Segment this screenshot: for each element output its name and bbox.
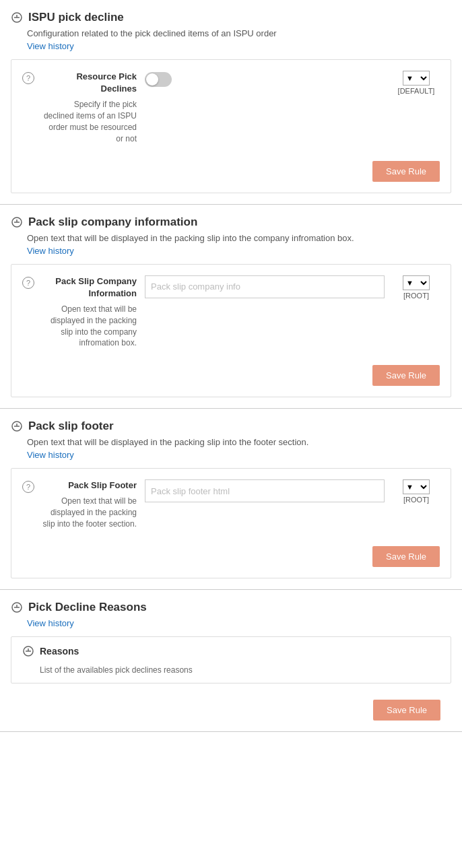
resource-pick-declines-save-btn[interactable]: Save Rule bbox=[372, 161, 440, 182]
pack-slip-company-info-scope-select[interactable]: ▼ bbox=[403, 275, 430, 290]
pack-slip-footer-save-row: Save Rule bbox=[11, 541, 451, 578]
pack-slip-company-info-row: ? Pack Slip Company Information Open tex… bbox=[11, 265, 451, 360]
pack-slip-company-info-sublabel: Open text that will be displayed in the … bbox=[42, 304, 137, 349]
pack-slip-company-desc: Open text that will be displayed in the … bbox=[27, 233, 451, 243]
resource-pick-declines-toggle-container bbox=[145, 72, 385, 87]
pack-slip-company-header: Pack slip company information bbox=[11, 215, 451, 229]
reasons-sub-section: Reasons List of the availables pick decl… bbox=[11, 636, 451, 683]
pack-slip-footer-input[interactable] bbox=[145, 479, 385, 502]
pack-slip-company-title: Pack slip company information bbox=[28, 215, 197, 229]
pack-slip-footer-scope-col: ▼ [ROOT] bbox=[393, 479, 440, 504]
pack-slip-footer-label: Pack Slip Footer bbox=[42, 479, 137, 492]
reasons-toggle-icon[interactable] bbox=[22, 645, 34, 657]
pack-slip-footer-help-icon[interactable]: ? bbox=[22, 481, 34, 493]
ispu-pick-decline-view-history[interactable]: View history bbox=[27, 41, 74, 51]
reasons-sub-section-title: Reasons bbox=[40, 646, 79, 657]
ispu-pick-decline-desc: Configuration related to the pick declin… bbox=[27, 28, 451, 38]
pack-slip-company-info-scope-label: [ROOT] bbox=[403, 292, 429, 300]
pack-slip-footer-rule-container: ? Pack Slip Footer Open text that will b… bbox=[11, 468, 451, 578]
pick-decline-reasons-save-row: Save Rule bbox=[11, 694, 451, 731]
resource-pick-declines-label: Resource Pick Declines bbox=[42, 71, 137, 95]
resource-pick-declines-container: ? Resource Pick Declines Specify if the … bbox=[11, 59, 451, 193]
pack-slip-footer-section: Pack slip footer Open text that will be … bbox=[0, 409, 462, 590]
resource-pick-declines-scope-label: [DEFAULT] bbox=[398, 87, 435, 95]
pack-slip-company-info-container: ? Pack Slip Company Information Open tex… bbox=[11, 264, 451, 398]
pick-decline-reasons-toggle-icon[interactable] bbox=[11, 601, 23, 613]
pack-slip-company-info-input-col bbox=[145, 275, 385, 298]
pack-slip-footer-header: Pack slip footer bbox=[11, 420, 451, 433]
ispu-pick-decline-title: ISPU pick decline bbox=[28, 11, 124, 24]
reasons-sub-section-desc: List of the availables pick declines rea… bbox=[11, 665, 451, 683]
pack-slip-company-info-save-btn[interactable]: Save Rule bbox=[372, 365, 440, 386]
pack-slip-footer-label-col: Pack Slip Footer Open text that will be … bbox=[42, 479, 137, 530]
pack-slip-company-info-help-icon[interactable]: ? bbox=[22, 277, 34, 289]
pack-slip-footer-view-history[interactable]: View history bbox=[27, 450, 74, 460]
pack-slip-footer-rule-row: ? Pack Slip Footer Open text that will b… bbox=[11, 469, 451, 541]
resource-pick-declines-save-row: Save Rule bbox=[11, 156, 451, 193]
pack-slip-footer-desc: Open text that will be displayed in the … bbox=[27, 437, 451, 447]
toggle-knob bbox=[146, 73, 158, 86]
pick-decline-reasons-title: Pick Decline Reasons bbox=[28, 601, 147, 614]
resource-pick-declines-help-icon[interactable]: ? bbox=[22, 72, 34, 84]
pack-slip-company-view-history[interactable]: View history bbox=[27, 246, 74, 256]
pack-slip-footer-toggle-icon[interactable] bbox=[11, 420, 23, 432]
resource-pick-declines-scope-select[interactable]: ▼ bbox=[403, 71, 430, 86]
resource-pick-declines-input-col bbox=[145, 71, 385, 87]
pack-slip-footer-sublabel: Open text that will be displayed in the … bbox=[42, 496, 137, 529]
ispu-pick-decline-toggle-icon[interactable] bbox=[11, 11, 23, 24]
resource-pick-declines-toggle[interactable] bbox=[145, 72, 172, 87]
ispu-pick-decline-section: ISPU pick decline Configuration related … bbox=[0, 0, 462, 205]
pack-slip-company-toggle-icon[interactable] bbox=[11, 216, 23, 228]
pick-decline-reasons-section: Pick Decline Reasons View history Reason… bbox=[0, 590, 462, 732]
resource-pick-declines-label-col: Resource Pick Declines Specify if the pi… bbox=[42, 71, 137, 145]
pack-slip-company-section: Pack slip company information Open text … bbox=[0, 205, 462, 409]
pack-slip-company-info-save-row: Save Rule bbox=[11, 360, 451, 397]
resource-pick-declines-scope-col: ▼ [DEFAULT] bbox=[393, 71, 440, 95]
pack-slip-company-info-input[interactable] bbox=[145, 275, 385, 298]
pack-slip-company-info-label-col: Pack Slip Company Information Open text … bbox=[42, 275, 137, 349]
resource-pick-declines-row: ? Resource Pick Declines Specify if the … bbox=[11, 60, 451, 156]
pack-slip-company-info-scope-col: ▼ [ROOT] bbox=[393, 275, 440, 300]
pack-slip-footer-save-btn[interactable]: Save Rule bbox=[372, 546, 440, 567]
pick-decline-reasons-header: Pick Decline Reasons bbox=[11, 601, 451, 614]
pack-slip-footer-input-col bbox=[145, 479, 385, 502]
pack-slip-footer-scope-select[interactable]: ▼ bbox=[403, 479, 430, 494]
pack-slip-footer-scope-label: [ROOT] bbox=[403, 496, 429, 504]
pick-decline-reasons-save-btn[interactable]: Save Rule bbox=[373, 700, 440, 721]
pack-slip-company-info-label: Pack Slip Company Information bbox=[42, 275, 137, 300]
reasons-sub-section-header: Reasons bbox=[11, 637, 451, 665]
ispu-pick-decline-header: ISPU pick decline bbox=[11, 11, 451, 24]
pack-slip-footer-title: Pack slip footer bbox=[28, 420, 114, 433]
resource-pick-declines-sublabel: Specify if the pick declined items of an… bbox=[42, 99, 137, 144]
pick-decline-reasons-view-history[interactable]: View history bbox=[27, 618, 74, 628]
